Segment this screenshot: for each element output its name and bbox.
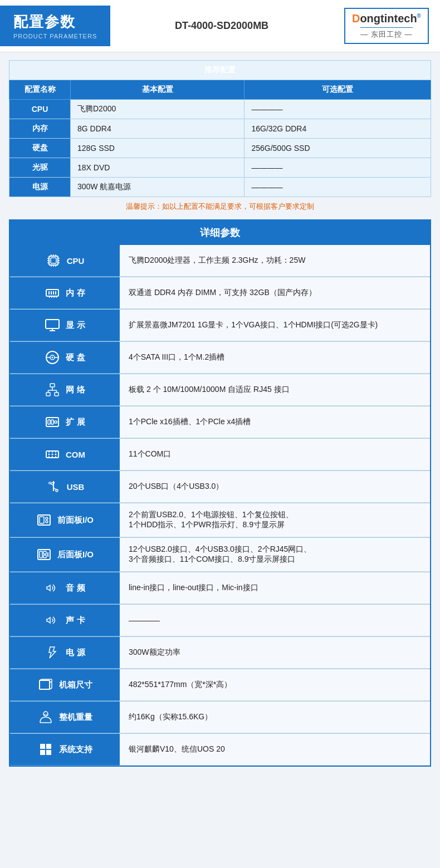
warm-tip: 温馨提示：如以上配置不能满足要求，可根据客户要求定制 [9,202,431,212]
svg-rect-1 [51,258,56,263]
svg-point-60 [46,517,48,519]
detail-label: CPU [67,256,85,266]
logo-d: D [352,12,360,24]
detail-row: 后面板I/O 12个USB2.0接口、4个USB3.0接口、2个RJ45网口、3… [10,538,430,572]
svg-point-50 [52,456,53,457]
detail-label: 电 源 [66,648,85,658]
svg-rect-39 [48,420,50,424]
detail-value-line: 1个HDD指示、1个PWR指示灯、8.9寸显示屏 [129,520,285,530]
svg-rect-55 [49,482,51,484]
svg-rect-64 [43,551,46,554]
detail-label: 显 示 [66,320,85,331]
svg-rect-66 [47,552,48,557]
com-icon [43,445,61,463]
col-header-basic: 基本配置 [71,80,245,100]
detail-value-cell: 12个USB2.0接口、4个USB3.0接口、2个RJ45网口、3个音频接口、1… [119,538,430,572]
svg-rect-41 [55,421,57,423]
detail-label-cell: KG 整机重量 [10,702,119,733]
col-header-optional: 可选配置 [245,80,431,100]
detail-row: 机箱尺寸 482*551*177mm（宽*深*高） [10,669,430,702]
svg-rect-23 [46,320,59,328]
model-number: DT-4000-SD2000MB [175,20,268,32]
os-icon [37,741,55,758]
rec-optional: ———— [245,158,431,178]
svg-rect-65 [43,555,46,558]
svg-text:KG: KG [43,713,48,717]
detail-value-cell: 20个USB口（4个USB3.0） [119,471,430,503]
rec-row: 电源 300W 航嘉电源 ———— [9,178,431,197]
rec-optional: 16G/32G DDR4 [245,119,431,139]
detail-label-cell: 网 络 [10,374,119,406]
detail-label-cell: 系统支持 [10,734,119,766]
svg-point-28 [52,357,53,359]
col-header-name: 配置名称 [9,80,71,100]
detail-section: 详细参数 CPU 飞腾D2000处理器，工作主频 2.3GHz，功耗：25W [9,219,431,767]
detail-row: 显 示 扩展景嘉微JM7201 1G显卡，1个VGA接口、1个HDMI接口(可选… [10,310,430,342]
rec-basic: 飞腾D2000 [71,100,245,119]
rec-label: 内存 [9,119,71,139]
detail-row: CPU 飞腾D2000处理器，工作主频 2.3GHz，功耗：25W [10,245,430,277]
detail-label-cell: 前面板I/O [10,503,119,537]
detail-value-cell: line-in接口，line-out接口，Mic-in接口 [119,572,430,604]
detail-label: 扩 展 [66,417,85,428]
detail-row: 网 络 板载 2 个 10M/100M/1000M 自适应 RJ45 接口 [10,374,430,406]
svg-rect-63 [40,551,42,558]
detail-value-cell: 2个前置USB2.0、1个电源按钮、1个复位按钮、1个HDD指示、1个PWR指示… [119,503,430,537]
detail-label-cell: 电 源 [10,637,119,669]
detail-label-cell: CPU [10,245,119,277]
detail-label: 后面板I/O [57,550,94,560]
detail-row: COM 11个COM口 [10,439,430,471]
chassis-icon [37,676,55,694]
svg-rect-40 [51,420,53,424]
svg-rect-14 [46,290,58,296]
rec-basic: 8G DDR4 [71,119,245,139]
detail-label: 前面板I/O [57,515,94,526]
detail-value-cell: 11个COM口 [119,439,430,470]
detail-label: 音 频 [66,583,85,594]
detail-row: 音 频 line-in接口，line-out接口，Mic-in接口 [10,572,430,605]
detail-label-cell: 硬 盘 [10,342,119,374]
detail-label-cell: USB [10,471,119,503]
rec-optional: ———— [245,100,431,119]
detail-label: 声 卡 [66,615,85,626]
svg-point-49 [48,456,50,457]
audio-icon [43,579,61,597]
detail-row: USB 20个USB口（4个USB3.0） [10,471,430,503]
usb-icon [45,478,62,496]
detail-title: 详细参数 [10,220,430,245]
detail-label: USB [67,482,85,492]
recommended-section: 推荐配置 配置名称 基本配置 可选配置 CPU 飞腾D2000 ———— 内存 … [9,60,431,212]
power-icon [43,644,61,661]
rec-label: CPU [9,100,71,119]
svg-point-48 [55,452,56,453]
detail-value-cell: ———— [119,605,430,636]
title-box: 配置参数 PRODUCT PARAMETERS [0,6,110,46]
detail-value-cell: 双通道 DDR4 内存 DIMM，可支持 32GB（国产内存） [119,277,430,309]
svg-rect-78 [46,744,51,749]
svg-rect-18 [55,291,56,295]
logo-brand: Dongtintech® [352,12,421,25]
rec-row: 光驱 18X DVD ———— [9,158,431,178]
recommended-table: 推荐配置 配置名称 基本配置 可选配置 CPU 飞腾D2000 ———— 内存 … [9,60,431,197]
rec-basic: 300W 航嘉电源 [71,178,245,197]
detail-label-cell: 机箱尺寸 [10,669,119,701]
svg-rect-77 [40,744,45,749]
recommended-title: 推荐配置 [9,61,431,80]
rec-row: 内存 8G DDR4 16G/32G DDR4 [9,119,431,139]
detail-value-cell: 扩展景嘉微JM7201 1G显卡，1个VGA接口、1个HDMI接口(可选2G显卡… [119,310,430,341]
detail-value-cell: 300W额定功率 [119,637,430,669]
detail-row: KG 整机重量 约16Kg（实称15.6KG） [10,702,430,734]
svg-point-43 [48,454,50,455]
detail-label-cell: 扩 展 [10,406,119,438]
detail-value-line: 2个前置USB2.0、1个电源按钮、1个复位按钮、 [129,510,294,520]
detail-value-cell: 4个SATA III口，1个M.2插槽 [119,342,430,374]
detail-row: 内 存 双通道 DDR4 内存 DIMM，可支持 32GB（国产内存） [10,277,430,310]
rec-basic: 18X DVD [71,158,245,178]
detail-label: 内 存 [66,288,85,298]
detail-row: 电 源 300W额定功率 [10,637,430,669]
svg-marker-57 [52,481,55,483]
rec-row: CPU 飞腾D2000 ———— [9,100,431,119]
logo-chinese: — 东田工控 — [360,27,412,40]
detail-label-cell: 内 存 [10,277,119,309]
detail-label: 机箱尺寸 [59,680,92,690]
